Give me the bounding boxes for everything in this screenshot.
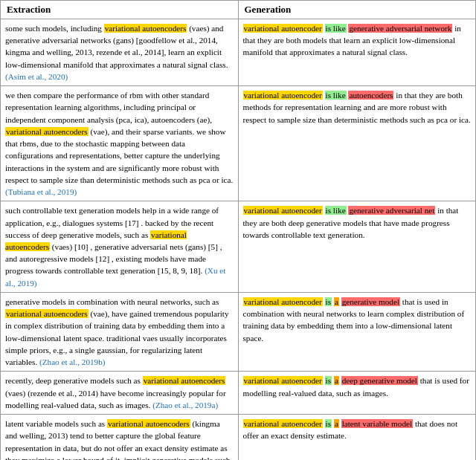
hl-vae-5: variational autoencoders bbox=[143, 376, 226, 385]
hl-gen-ae-2: autoencoders bbox=[348, 91, 393, 100]
hl-gen-is-6: is bbox=[325, 419, 332, 428]
hl-gen-latent-6: latent variable model bbox=[341, 419, 413, 428]
cite-2[interactable]: (Tubiana et al., 2019) bbox=[5, 187, 77, 196]
hl-gen-is-3: is like bbox=[325, 206, 347, 215]
hl-gen-vae-5: variational autoencoder bbox=[243, 376, 323, 385]
row-3: such controllable text generation models… bbox=[1, 201, 475, 293]
row-2: we then compare the performance of rbm w… bbox=[1, 86, 475, 201]
extraction-2: we then compare the performance of rbm w… bbox=[1, 86, 239, 201]
extraction-6: latent variable models such as variation… bbox=[1, 415, 239, 460]
row-1: some such models, including variational … bbox=[1, 19, 475, 86]
main-container: Extraction Generation some such models, … bbox=[0, 0, 476, 460]
cite-1[interactable]: (Asim et al., 2020) bbox=[5, 72, 68, 81]
extraction-5: recently, deep generative models such as… bbox=[1, 372, 239, 414]
cite-3[interactable]: (Xu et al., 2019) bbox=[5, 266, 225, 287]
extraction-3: such controllable text generation models… bbox=[1, 201, 239, 292]
extraction-1: some such models, including variational … bbox=[1, 19, 239, 85]
hl-gen-vae-4: variational autoencoder bbox=[243, 297, 323, 306]
generation-5: variational autoencoder is a deep genera… bbox=[239, 372, 476, 414]
cite-5[interactable]: (Zhao et al., 2019a) bbox=[152, 401, 218, 409]
generation-4: variational autoencoder is a generative … bbox=[239, 293, 476, 371]
hl-vae-4: variational autoencoders bbox=[5, 309, 89, 318]
generation-1: variational autoencoder is like generati… bbox=[239, 19, 476, 85]
generation-header: Generation bbox=[239, 1, 476, 19]
generation-3: variational autoencoder is like generati… bbox=[239, 201, 476, 292]
hl-gen-vae-2: variational autoencoder bbox=[243, 91, 323, 100]
hl-gen-gan-3: generative adversarial net bbox=[348, 206, 435, 215]
hl-gen-gan-1: generative adversarial net­work bbox=[348, 24, 452, 33]
generation-2: variational autoencoder is like autoenco… bbox=[239, 86, 476, 201]
hl-vae-6: variational autoencoders bbox=[107, 419, 190, 428]
cite-4[interactable]: (Zhao et al., 2019b) bbox=[39, 357, 106, 366]
hl-gen-is-2: is like bbox=[325, 91, 347, 100]
generation-6: variational autoencoder is a latent vari… bbox=[239, 415, 476, 460]
row-6: latent variable models such as variation… bbox=[1, 415, 475, 460]
hl-gen-vae-6: variational autoencoder bbox=[243, 419, 323, 428]
hl-gen-is-4: is bbox=[325, 297, 332, 306]
header-row: Extraction Generation bbox=[1, 1, 475, 19]
hl-gen-is-5: is bbox=[325, 376, 332, 385]
hl-gen-genmodel-4: generative model bbox=[341, 297, 400, 306]
hl-gen-deepgen-5: deep generative model bbox=[341, 376, 418, 385]
hl-gen-vae-1: variational autoencoder bbox=[243, 24, 323, 33]
hl-gen-vae-3: variational autoencoder bbox=[243, 206, 323, 215]
hl-gen-is-1: is like bbox=[325, 24, 347, 33]
hl-gen-a-5: a bbox=[334, 376, 339, 385]
row-4: generative models in combination with ne… bbox=[1, 293, 475, 372]
hl-vae-2: variational autoencoders bbox=[5, 127, 89, 136]
hl-gen-a-4: a bbox=[334, 297, 339, 306]
extraction-4: generative models in combination with ne… bbox=[1, 293, 239, 371]
row-5: recently, deep generative models such as… bbox=[1, 372, 475, 415]
hl-vae-3: variational autoencoders bbox=[5, 230, 187, 251]
hl-vae-1: variational autoencoders bbox=[104, 24, 187, 33]
hl-gen-a-6: a bbox=[334, 419, 339, 428]
extraction-header: Extraction bbox=[1, 1, 239, 19]
